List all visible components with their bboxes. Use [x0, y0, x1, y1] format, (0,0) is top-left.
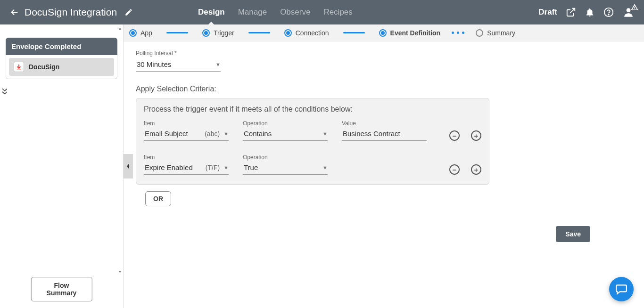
sidebar-app-item[interactable]: DocuSign — [9, 58, 114, 76]
criteria-value-label: Value — [342, 120, 427, 127]
add-criteria-button[interactable]: + — [471, 130, 481, 141]
remove-criteria-button[interactable]: − — [449, 130, 460, 141]
step-separator — [248, 32, 270, 33]
alert-badge-icon — [631, 3, 638, 11]
step-summary[interactable]: Summary — [476, 29, 515, 37]
step-radio-icon — [202, 29, 210, 37]
criteria-item-label: Item — [144, 154, 229, 161]
step-radio-icon — [129, 29, 137, 37]
criteria-box: Process the trigger event if it meets al… — [136, 98, 489, 185]
sidebar-app-label: DocuSign — [29, 63, 59, 71]
scroll-down-icon[interactable]: ▾ — [119, 269, 121, 274]
step-radio-icon — [476, 29, 483, 37]
chevron-down-icon: ▼ — [215, 62, 221, 67]
step-separator — [166, 32, 188, 33]
status-badge: Draft — [538, 8, 557, 17]
chevron-down-icon: ▼ — [322, 165, 328, 170]
svg-point-2 — [627, 8, 631, 12]
tab-manage[interactable]: Manage — [238, 0, 267, 24]
app-header: DocuSign Integration Design Manage Obser… — [0, 0, 644, 24]
header-tabs: Design Manage Observe Recipes — [198, 0, 353, 24]
remove-criteria-button[interactable]: − — [449, 164, 460, 175]
bell-icon[interactable] — [585, 7, 595, 17]
sidebar-panel-body: DocuSign — [6, 55, 117, 79]
collapse-sidebar-handle[interactable] — [124, 154, 133, 178]
criteria-operation-label: Operation — [243, 154, 328, 161]
chevron-down-icon: ▼ — [223, 165, 229, 170]
chevron-down-icon: ▼ — [322, 131, 328, 137]
open-external-icon[interactable] — [566, 7, 576, 17]
chat-bubble-button[interactable] — [609, 277, 634, 301]
step-separator — [343, 32, 365, 33]
scroll-up-icon[interactable]: ▴ — [119, 25, 121, 31]
polling-interval-label: Polling Interval * — [136, 50, 632, 57]
criteria-operation-label: Operation — [243, 120, 328, 127]
step-dots-icon — [452, 32, 464, 34]
type-hint: (T/F) — [206, 164, 220, 171]
tab-recipes[interactable]: Recipes — [323, 0, 352, 24]
criteria-item-select[interactable]: Expire Enabled (T/F) ▼ — [144, 161, 229, 175]
step-connection[interactable]: Connection — [284, 29, 329, 37]
sidebar-panel-header: Envelope Completed — [6, 38, 117, 55]
step-radio-icon — [284, 29, 292, 37]
tab-design[interactable]: Design — [198, 0, 225, 24]
back-arrow-icon[interactable] — [9, 7, 20, 17]
type-hint: (abc) — [205, 130, 220, 138]
add-criteria-button[interactable]: + — [471, 164, 481, 175]
step-app[interactable]: App — [129, 29, 152, 37]
criteria-row: Item Email Subject (abc) ▼ Operation Con… — [144, 120, 481, 141]
svg-rect-3 — [17, 69, 21, 69]
step-event-definition[interactable]: Event Definition — [379, 29, 441, 37]
stepper: App Trigger Connection Event Definition … — [124, 24, 644, 41]
help-icon[interactable] — [603, 7, 614, 17]
criteria-operation-select[interactable]: Contains ▼ — [243, 127, 328, 141]
polling-interval-value: 30 Minutes — [137, 60, 171, 68]
main-area: App Trigger Connection Event Definition … — [124, 24, 644, 308]
polling-interval-select[interactable]: 30 Minutes ▼ — [136, 57, 221, 72]
criteria-description: Process the trigger event if it meets al… — [144, 105, 481, 113]
criteria-value-input[interactable] — [342, 127, 427, 141]
criteria-operation-select[interactable]: True ▼ — [243, 161, 328, 175]
save-button[interactable]: Save — [556, 226, 590, 242]
expand-sidebar-icon[interactable] — [0, 88, 123, 95]
criteria-row: Item Expire Enabled (T/F) ▼ Operation Tr… — [144, 154, 481, 175]
page-title: DocuSign Integration — [25, 7, 117, 18]
chevron-down-icon: ▼ — [223, 131, 229, 137]
edit-icon[interactable] — [124, 8, 133, 16]
criteria-section-title: Apply Selection Criteria: — [136, 85, 632, 93]
sidebar: ▴ Envelope Completed DocuSign ▾ Flow Sum… — [0, 24, 124, 308]
step-trigger[interactable]: Trigger — [202, 29, 234, 37]
docusign-icon — [14, 62, 24, 72]
form-content: Polling Interval * 30 Minutes ▼ Apply Se… — [124, 41, 644, 308]
tab-observe[interactable]: Observe — [280, 0, 310, 24]
svg-point-1 — [608, 14, 609, 15]
criteria-item-label: Item — [144, 120, 229, 127]
criteria-item-select[interactable]: Email Subject (abc) ▼ — [144, 127, 229, 141]
flow-summary-button[interactable]: Flow Summary — [31, 277, 92, 301]
step-radio-icon — [379, 29, 387, 37]
or-button[interactable]: OR — [145, 191, 171, 206]
